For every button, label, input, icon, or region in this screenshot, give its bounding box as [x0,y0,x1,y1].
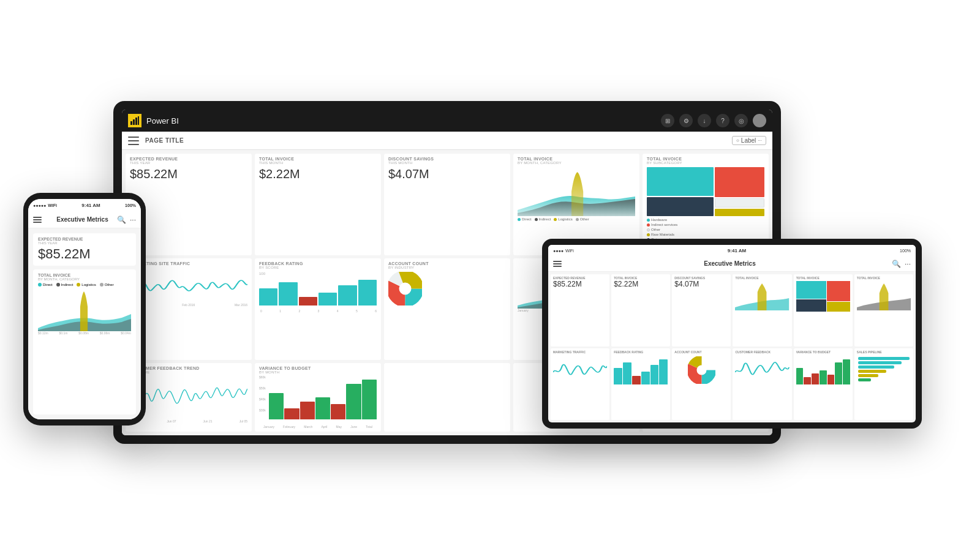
card-subtitle: THIS MONTH [388,161,506,165]
card-value: $4.07M [388,167,506,181]
ts-card-waterfall: Variance to Budget [794,348,853,421]
svg-point-8 [401,284,410,294]
card-title: Variance to Budget [259,366,377,370]
card-title: Total Invoice [259,157,377,161]
powerbi-app-name: Power BI [146,116,179,126]
card-title: Feedback Rating [259,261,377,266]
legend-other: Other [100,283,114,287]
powerbi-subbar: PAGE TITLE ○ Label ··· [122,132,772,150]
hamburger-menu-icon[interactable] [128,137,139,145]
phone-status-bar: ●●●●● WiFi 9:41 AM 100% [28,199,141,211]
ts-battery-icon: 100% [900,249,911,253]
card-subtitle: BY INDUSTRY [388,266,506,269]
ts-search-icon[interactable]: 🔍 [892,260,901,268]
ts-card-bar: Feedback Rating [611,348,670,421]
card-title: Discount Savings [388,157,506,161]
phone-device: ●●●●● WiFi 9:41 AM 100% Executive Metric… [23,193,146,425]
card-title: Marketing Site Traffic [130,261,247,266]
legend-indirect: Indirect [535,217,551,221]
ts-card-invoice: Total Invoice $2.22M [611,274,670,347]
card-title: Customer Feedback Trend [130,366,247,370]
phone-card-chart: Total Invoice BY MONTH, CATEGORY Direct … [33,269,136,414]
card-title: Total Invoice [647,157,764,161]
svg-rect-2 [135,118,137,125]
ts-card-area1: Total Invoice [733,274,791,347]
legend-other: Other [576,217,589,221]
phone-topbar: Executive Metrics 🔍 ··· [28,211,141,228]
card-title: Total Invoice [518,157,635,161]
legend-hardware: Hardware [647,218,764,222]
card-discount-savings: Discount Savings THIS MONTH $4.07M [384,154,510,255]
ts-menu-icon[interactable] [553,261,562,267]
card-subtitle: THIS MONTH [259,161,377,165]
legend-indirect: Indirect [56,283,74,287]
card-empty2 [384,363,510,432]
ts-card-treemap: Total Invoice [794,274,853,347]
phone-content: Expected Revenue THIS YEAR $85.22M Total… [28,228,141,419]
topbar-share-icon[interactable]: ◎ [734,114,748,127]
topbar-download-icon[interactable]: ↓ [698,114,711,127]
phone-battery-icon: 100% [125,203,136,208]
card-title: Expected Revenue [38,237,131,241]
ts-card-funnel: Sales Pipeline [854,348,913,421]
ts-status-bar: ●●●● WiFi 9:41 AM 100% [548,245,916,256]
legend-direct: Direct [518,217,532,221]
ts-card-revenue: Expected Revenue $85.22M [551,274,609,347]
card-title: Expected Revenue [130,157,247,161]
ts-card-pie: Account Count [672,348,731,421]
ts-signal-icon: ●●●● [553,249,564,253]
ts-topbar: Executive Metrics 🔍 ··· [548,256,916,272]
card-subtitle: BY MONTH, CATEGORY [518,161,635,165]
ts-card-sparkline2: Customer Feedback [733,348,791,421]
scene: Power BI ⊞ ⚙ ↓ ? ◎ PAGE TITLE ○ L [0,0,980,551]
card-subtitle: THIS YEAR [38,241,131,245]
legend-logistics: Logistics [554,217,572,221]
tablet-small-screen: ●●●● WiFi 9:41 AM 100% Executive Metrics… [548,245,916,422]
legend-logistics: Logistics [77,283,96,287]
svg-rect-1 [133,119,135,125]
ts-grid: Expected Revenue $85.22M Total Invoice $… [548,272,916,422]
svg-rect-3 [138,116,139,125]
card-value: $2.22M [259,167,377,181]
card-subtitle: BY SUBCATEGORY [647,161,764,165]
phone-signal-icon: ●●●●● [33,203,46,208]
ts-wifi-icon: WiFi [565,249,574,253]
legend-indirect-services: Indirect services [647,223,764,227]
card-title: Total Invoice [38,273,131,277]
phone-search-icon[interactable]: 🔍 [117,216,126,224]
topbar-help-icon[interactable]: ? [716,114,729,127]
card-total-invoice: Total Invoice THIS MONTH $2.22M [255,154,381,255]
card-variance-budget: Variance to Budget BY MONTH $60k $50k $4… [255,363,381,432]
phone-screen: ●●●●● WiFi 9:41 AM 100% Executive Metric… [28,199,141,419]
topbar-settings-icon[interactable]: ⚙ [679,114,693,127]
user-avatar[interactable] [753,114,766,127]
label-button[interactable]: ○ Label ··· [732,136,766,145]
powerbi-topbar: Power BI ⊞ ⚙ ↓ ? ◎ [122,110,772,132]
phone-menu-icon[interactable] [33,217,42,223]
topbar-pin-icon[interactable]: ⊞ [661,114,674,127]
phone-time: 9:41 AM [57,203,125,208]
powerbi-logo-icon [128,114,141,127]
card-value: $85.22M [130,167,247,181]
legend-other2: Other [647,228,764,231]
ts-app-title: Executive Metrics [568,260,892,267]
phone-more-icon[interactable]: ··· [130,216,136,224]
ts-more-icon[interactable]: ··· [905,260,911,268]
svg-rect-0 [130,121,132,125]
ts-time: 9:41 AM [574,248,900,253]
phone-card-revenue: Expected Revenue THIS YEAR $85.22M [33,233,136,266]
card-account-count: Account Count BY INDUSTRY [384,258,510,360]
svg-point-12 [698,366,705,373]
card-subtitle: BY SCORE [130,370,247,374]
ts-card-discount: Discount Savings $4.07M [672,274,731,347]
powerbi-topbar-right: ⊞ ⚙ ↓ ? ◎ [661,114,766,127]
card-subtitle: BY MONTH [259,370,377,374]
card-feedback-rating: Feedback Rating BY SCORE 100 [255,258,381,360]
legend-raw: Raw Materials [647,233,764,236]
card-subtitle: THIS YEAR [130,161,247,165]
phone-app-title: Executive Metrics [48,216,117,223]
legend-direct: Direct [38,283,53,287]
ts-card-area2: Total Invoice [854,274,913,347]
phone-wifi-icon: WiFi [48,203,57,208]
card-subtitle: BY SCORE [259,266,377,269]
